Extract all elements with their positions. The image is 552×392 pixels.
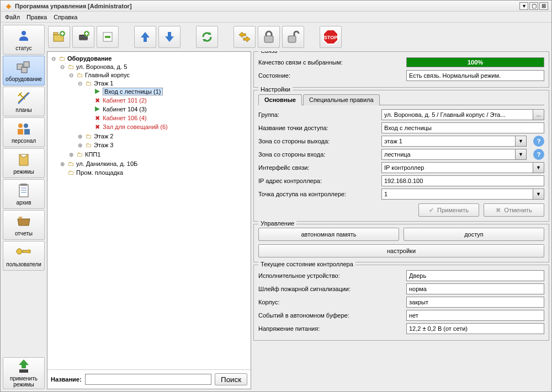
svg-rect-26 [288,36,296,42]
window-title: Программа управления [Administrator] [15,3,519,9]
lower-area: ⊖🗀Оборудование ⊖🗀ул. Воронова, д. 5 ⊖🗀Гл… [47,51,549,389]
svg-point-13 [17,249,22,254]
move-down-button[interactable] [158,26,181,48]
app-window: ◆ Программа управления [Administrator] ▾… [0,0,552,392]
chevron-down-icon[interactable]: ▼ [516,149,527,160]
sidebar-modes[interactable]: режимы [3,148,45,178]
sidebar-plans[interactable]: планы [3,87,45,116]
door-icon: ⯈ [93,105,102,113]
search-button[interactable]: Поиск [215,373,247,385]
tree-building1[interactable]: ⊖🗀Главный корпус [68,71,248,79]
control-legend: Управление [258,220,296,227]
connection-legend: Связь [258,51,279,54]
memory-button[interactable]: автономная память [258,228,399,241]
sidebar-status-label: статус [15,45,31,51]
group-value[interactable]: ул. Воронова, д. 5 / Главный корпус / Эт… [381,109,533,120]
sidebar-status[interactable]: статус [3,25,45,55]
equipment-tree[interactable]: ⊖🗀Оборудование ⊖🗀ул. Воронова, д. 5 ⊖🗀Гл… [47,52,251,370]
maximize-button[interactable]: ▢ [529,2,538,10]
folder-icon: 🗀 [84,141,93,149]
settings-tabs: Основные Специальные правила [258,94,544,105]
sidebar-personnel[interactable]: персонал [3,117,45,147]
ctrl-settings-button[interactable]: настройки [258,244,544,257]
tree-kpp[interactable]: ⊕🗀КПП1 [68,151,248,158]
tree-addr2[interactable]: ⊕🗀ул. Данилкина, д. 10Б [60,160,248,168]
lock-closed-button[interactable] [258,26,280,48]
ip-label: IP адрес контроллера: [258,178,377,184]
tree-floor2[interactable]: ⊕🗀Этаж 2 [77,132,248,140]
folder-icon: 🗀 [57,55,66,62]
svg-rect-25 [264,36,273,42]
tab-main[interactable]: Основные [258,94,302,105]
sidebar-users[interactable]: пользователи [3,241,45,271]
svg-rect-24 [105,36,110,38]
zone-out-label: Зона со стороны выхода: [258,138,377,144]
sidebar-apply-modes[interactable]: применить режимы [3,357,45,389]
iface-select[interactable]: IP контроллер [381,162,533,173]
add-folder-button[interactable] [48,26,70,48]
ip-input[interactable]: 192.168.0.100 [381,175,544,186]
lock-open-button[interactable] [282,26,304,48]
chevron-down-icon[interactable]: ▼ [533,189,544,200]
error-icon: ✖ [93,96,102,104]
quality-label: Качество связи с выбранным: [258,59,402,66]
sidebar: статус оборудование планы персонал режим… [3,25,45,389]
help-zone-out-button[interactable]: ? [533,136,544,147]
apply-button[interactable]: ✔Применить [418,203,479,217]
sidebar-reports[interactable]: отчеты [3,210,45,240]
svg-rect-5 [18,129,23,135]
folder-icon: 🗀 [84,79,93,87]
svg-rect-17 [19,369,28,373]
refresh-button[interactable] [196,26,218,48]
stop-button[interactable]: STOP [320,26,342,48]
name-input[interactable]: Вход с лестницы [381,122,544,133]
menu-edit[interactable]: Правка [26,14,47,20]
chevron-down-icon[interactable]: ▼ [516,136,527,147]
minimize-button[interactable]: ▾ [519,2,528,10]
tree-prom[interactable]: 🗀Пром. площадка [60,169,248,176]
menu-help[interactable]: Справка [54,14,77,20]
sidebar-users-label: пользователи [6,261,41,267]
move-up-button[interactable] [134,26,156,48]
cancel-button[interactable]: ✖Отменить [484,203,544,217]
control-group: Управление автономная память доступ наст… [253,224,549,262]
close-button[interactable]: ⊠ [539,2,548,10]
sidebar-apply-label: применить режимы [3,375,44,388]
svg-point-3 [18,123,23,128]
chevron-down-icon[interactable]: ▼ [533,162,544,173]
zone-in-select[interactable]: лестница [381,149,516,160]
add-device-button[interactable] [72,26,94,48]
tree-cab101[interactable]: ✖Кабинет 101 (2) [86,96,248,104]
delete-button[interactable] [97,26,119,48]
svg-text:STOP: STOP [324,35,337,40]
svg-rect-8 [20,184,27,186]
point-select[interactable]: 1 [381,189,533,200]
zone-out-select[interactable]: этаж 1 [381,136,516,147]
tree-cab106[interactable]: ✖Кабинет 106 (4) [86,114,248,122]
connection-group: Связь Качество связи с выбранным: 100% С… [253,51,549,88]
help-zone-in-button[interactable]: ? [533,149,544,160]
folder-icon: 🗀 [66,169,75,176]
tree-stair[interactable]: ⯈Вход с лестницы (1) [86,88,248,95]
tree-addr1[interactable]: ⊖🗀ул. Воронова, д. 5 [60,63,248,71]
tree-hall[interactable]: ✖Зал для совещаний (6) [86,123,248,131]
svg-rect-16 [28,253,30,254]
tree-root[interactable]: ⊖🗀Оборудование [51,55,248,62]
search-input[interactable] [85,374,211,385]
tree-floor3[interactable]: ⊕🗀Этаж 3 [77,141,248,149]
tree-cab104[interactable]: ⯈Кабинет 104 (3) [86,105,248,113]
tree-floor1[interactable]: ⊖🗀Этаж 1 [77,79,248,87]
transfer-button[interactable] [233,26,256,48]
quality-progress: 100% [406,57,544,67]
access-button[interactable]: доступ [404,228,544,241]
svg-point-4 [24,123,28,128]
tab-rules[interactable]: Специальные правила [303,94,380,105]
buffer-value: нет [406,310,544,321]
group-browse-button[interactable]: ... [533,109,544,120]
sidebar-equipment[interactable]: оборудование [3,56,45,85]
menu-file[interactable]: Файл [5,14,20,20]
settings-group: Настройки Основные Специальные правила Г… [253,90,549,222]
sidebar-archive[interactable]: архив [3,179,45,209]
actuator-value: Дверь [406,270,544,281]
svg-rect-19 [54,33,58,35]
